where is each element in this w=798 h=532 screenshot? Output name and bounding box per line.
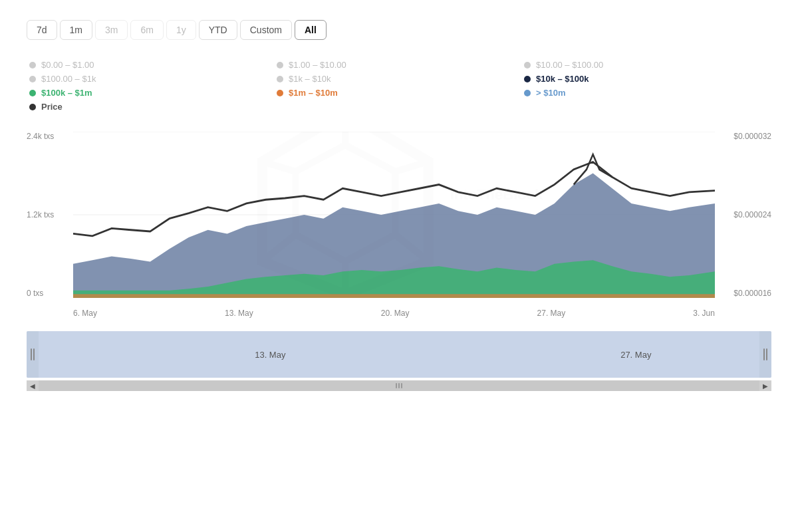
filter-7d[interactable]: 7d	[27, 20, 57, 40]
y-left-top: 2.4k txs	[27, 132, 73, 141]
legend-dot-2	[524, 62, 531, 68]
x-label-4: 3. Jun	[693, 309, 715, 318]
x-label-1: 13. May	[225, 309, 253, 318]
grip-bar-4	[766, 348, 767, 360]
legend-dot-8	[524, 90, 531, 96]
legend-label-3: $100.00 – $1k	[41, 74, 96, 84]
legend-item-1: $1.00 – $10.00	[277, 60, 524, 70]
legend-label-9: Price	[41, 102, 63, 112]
grip-bar-1	[31, 348, 32, 360]
filter-ytd[interactable]: YTD	[199, 20, 237, 40]
main-chart: 2.4k txs 1.2k txs 0 txs $0.000032 $0.000…	[27, 132, 771, 318]
navigator-handle-left[interactable]	[27, 331, 39, 378]
scrollbar-track[interactable]	[39, 380, 759, 391]
legend-dot-6	[29, 90, 36, 96]
legend-dot-9	[29, 104, 36, 110]
navigator-track: 13. May 27. May	[27, 331, 771, 378]
legend-item-6: $100k – $1m	[29, 88, 277, 98]
filter-custom[interactable]: Custom	[240, 20, 292, 40]
filter-1m[interactable]: 1m	[60, 20, 92, 40]
y-right-mid: $0.000024	[733, 210, 771, 219]
legend-label-6: $100k – $1m	[41, 88, 92, 98]
scrollbar-grip	[396, 383, 402, 388]
filter-6m: 6m	[130, 20, 163, 40]
legend-dot-0	[29, 62, 36, 68]
grip-3	[401, 383, 402, 388]
legend-label-7: $1m – $10m	[289, 88, 338, 98]
chart-legend: $0.00 – $1.00 $1.00 – $10.00 $10.00 – $1…	[27, 60, 771, 112]
y-left-bot: 0 txs	[27, 289, 73, 298]
legend-item-8: > $10m	[524, 88, 771, 98]
scrollbar[interactable]: ◀ ▶	[27, 380, 771, 391]
chart-navigator[interactable]: 13. May 27. May ◀ ▶	[27, 331, 771, 391]
scroll-arrow-right[interactable]: ▶	[759, 380, 771, 391]
grip-1	[396, 383, 397, 388]
x-label-3: 27. May	[537, 309, 566, 318]
y-axis-right: $0.000032 $0.000024 $0.000016	[718, 132, 771, 298]
navigator-selection	[27, 331, 771, 378]
y-right-top: $0.000032	[733, 132, 771, 141]
filter-all[interactable]: All	[295, 20, 327, 40]
navigator-handle-right[interactable]	[759, 331, 771, 378]
legend-item-2: $10.00 – $100.00	[524, 60, 771, 70]
chart-svg-area: IntoTheBlock	[73, 132, 715, 298]
grip-bar-2	[33, 348, 35, 360]
legend-dot-4	[277, 76, 283, 82]
scrollbar-thumb[interactable]	[39, 380, 759, 391]
legend-label-2: $10.00 – $100.00	[536, 60, 603, 70]
y-axis-left: 2.4k txs 1.2k txs 0 txs	[27, 132, 73, 298]
legend-item-7: $1m – $10m	[277, 88, 524, 98]
grip-bar-3	[763, 348, 765, 360]
legend-dot-3	[29, 76, 36, 82]
legend-label-1: $1.00 – $10.00	[289, 60, 346, 70]
legend-item-5: $10k – $100k	[524, 74, 771, 84]
x-label-0: 6. May	[73, 309, 97, 318]
legend-label-8: > $10m	[536, 88, 565, 98]
legend-item-3: $100.00 – $1k	[29, 74, 277, 84]
right-handle-grip	[763, 348, 767, 360]
legend-dot-1	[277, 62, 283, 68]
filter-1y: 1y	[166, 20, 196, 40]
legend-label-5: $10k – $100k	[536, 74, 589, 84]
y-left-mid: 1.2k txs	[27, 210, 73, 219]
x-label-2: 20. May	[381, 309, 410, 318]
legend-label-4: $1k – $10k	[289, 74, 331, 84]
legend-label-0: $0.00 – $1.00	[41, 60, 94, 70]
legend-item-9: Price	[29, 102, 277, 112]
legend-dot-5	[524, 76, 531, 82]
time-filter-bar: 7d 1m 3m 6m 1y YTD Custom All	[27, 20, 771, 40]
legend-item-0: $0.00 – $1.00	[29, 60, 277, 70]
legend-dot-7	[277, 90, 283, 96]
x-axis-labels: 6. May 13. May 20. May 27. May 3. Jun	[73, 309, 715, 318]
legend-item-4: $1k – $10k	[277, 74, 524, 84]
y-right-bot: $0.000016	[733, 289, 771, 298]
filter-3m: 3m	[95, 20, 128, 40]
scroll-arrow-left[interactable]: ◀	[27, 380, 39, 391]
grip-2	[398, 383, 400, 388]
left-handle-grip	[31, 348, 35, 360]
